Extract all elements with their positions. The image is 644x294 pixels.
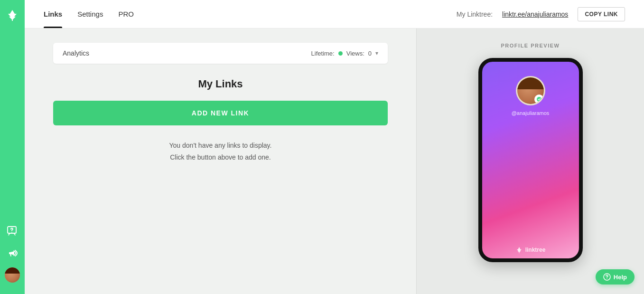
help-button[interactable]: Help — [596, 269, 635, 285]
my-linktree-url[interactable]: linktr.ee/anajuliaramos — [502, 10, 568, 18]
analytics-right: Lifetime: Views: 0 ▾ — [311, 50, 378, 57]
avatar-badge — [534, 95, 544, 104]
add-new-link-button[interactable]: ADD NEW LINK — [53, 101, 388, 125]
megaphone-icon[interactable] — [4, 245, 21, 262]
empty-state: You don't have any links to display. Cli… — [53, 140, 388, 163]
phone-content: @anajuliaramos — [482, 62, 579, 241]
right-panel: PROFILE PREVIEW @anajuliaramos — [416, 28, 644, 294]
main-container: Links Settings PRO My Linktree: linktr.e… — [25, 0, 644, 294]
status-dot — [338, 51, 343, 56]
page-title: My Links — [53, 78, 388, 90]
help-label: Help — [614, 274, 627, 281]
header-right: My Linktree: linktr.ee/anajuliaramos COP… — [457, 7, 625, 21]
views-label: Views: — [346, 50, 364, 57]
my-linktree-label: My Linktree: — [457, 10, 493, 18]
header-nav: Links Settings PRO — [44, 0, 134, 28]
nav-settings[interactable]: Settings — [77, 0, 103, 28]
header: Links Settings PRO My Linktree: linktr.e… — [25, 0, 644, 28]
sidebar-logo[interactable] — [4, 7, 21, 24]
empty-state-line2: Click the button above to add one. — [53, 152, 388, 163]
empty-state-line1: You don't have any links to display. — [53, 140, 388, 152]
avatar[interactable] — [5, 267, 20, 283]
svg-point-1 — [11, 232, 12, 233]
svg-point-3 — [537, 97, 541, 102]
content-area: Analytics Lifetime: Views: 0 ▾ My Links … — [25, 28, 644, 294]
phone-footer: linktree — [482, 241, 579, 258]
linktree-logo: linktree — [515, 246, 546, 254]
nav-pro[interactable]: PRO — [118, 0, 134, 28]
profile-avatar — [516, 76, 545, 105]
copy-link-button[interactable]: COPY LINK — [578, 7, 625, 21]
nav-links[interactable]: Links — [44, 0, 62, 28]
views-count: 0 — [368, 50, 372, 57]
svg-point-5 — [607, 278, 607, 279]
phone-mockup: @anajuliaramos linktree — [478, 58, 583, 262]
left-panel: Analytics Lifetime: Views: 0 ▾ My Links … — [25, 28, 416, 294]
profile-username: @anajuliaramos — [512, 110, 550, 116]
analytics-label: Analytics — [63, 49, 89, 57]
profile-preview-label: PROFILE PREVIEW — [501, 43, 560, 48]
analytics-bar: Analytics Lifetime: Views: 0 ▾ — [53, 43, 388, 64]
chevron-down-icon[interactable]: ▾ — [375, 50, 378, 57]
sidebar — [0, 0, 25, 294]
lifetime-label: Lifetime: — [311, 50, 335, 57]
help-icon[interactable] — [4, 222, 21, 239]
linktree-logo-text: linktree — [525, 247, 546, 253]
